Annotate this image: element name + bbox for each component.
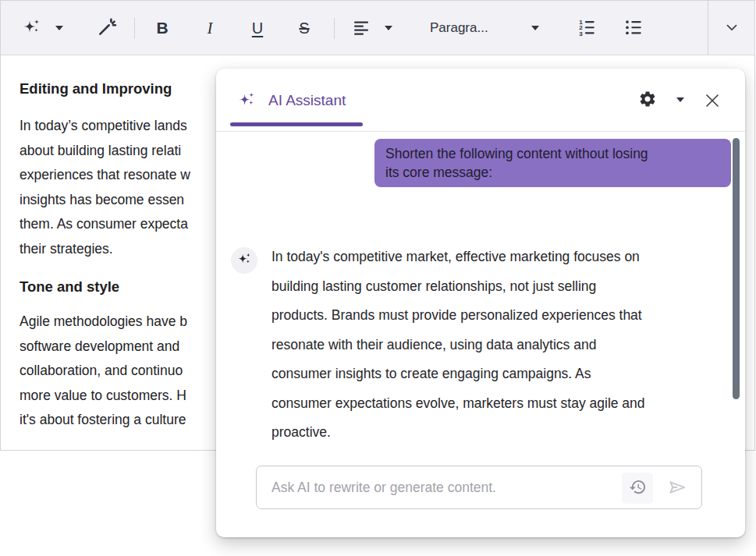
history-icon [629, 478, 647, 498]
underline-icon: U [252, 19, 263, 37]
format-select[interactable]: Paragra... [426, 1, 543, 55]
ai-assistant-dialog: AI Assistant [216, 69, 745, 537]
ai-response-message: In today's competitive market, effective… [272, 243, 740, 448]
svg-text:3: 3 [579, 30, 583, 37]
ai-response-line: products. Brands must provide personaliz… [272, 301, 740, 331]
close-button[interactable] [703, 91, 722, 110]
user-message-line: its core message: [385, 163, 720, 182]
sparkles-icon [237, 252, 252, 270]
prompt-history-button[interactable] [622, 473, 653, 504]
chevron-down-icon [531, 26, 539, 30]
magic-wand-icon [97, 17, 117, 40]
tab-ai-assistant[interactable]: AI Assistant [230, 69, 363, 132]
settings-dropdown-button[interactable] [676, 97, 684, 102]
sparkles-icon [23, 18, 41, 39]
doc-text-line: experiences that resonate w [20, 166, 190, 183]
bold-icon: B [156, 19, 168, 37]
italic-icon: I [208, 19, 213, 38]
chevron-down-icon [55, 26, 63, 30]
chevron-down-icon [676, 97, 684, 102]
format-select-value: Paragra... [430, 20, 488, 36]
tab-active-indicator [230, 122, 363, 126]
user-message-line: Shorten the following content without lo… [385, 144, 720, 163]
numbered-list-button[interactable]: 1 2 3 [573, 1, 600, 55]
align-button[interactable] [349, 1, 374, 55]
ai-response-line: consumer expectations evolve, marketers … [272, 389, 740, 419]
chevron-down-icon [723, 19, 740, 38]
doc-text-line: their strategies. [20, 240, 113, 257]
ai-response-line: In today's competitive market, effective… [272, 243, 740, 272]
doc-text-line: insights has become essen [20, 191, 184, 208]
doc-text-line: more value to customers. H [20, 387, 186, 404]
doc-text-line: In today’s competitive lands [20, 117, 187, 134]
doc-heading: Editing and Improving [20, 80, 172, 97]
chevron-down-icon [385, 26, 392, 30]
toolbar-separator [334, 18, 335, 39]
ai-response-line: resonate with their audience, using data… [272, 331, 740, 360]
align-left-icon [352, 18, 371, 39]
italic-button[interactable]: I [197, 1, 223, 55]
ai-response-line: building lasting customer relationships,… [272, 272, 740, 302]
user-message-bubble: Shorten the following content without lo… [374, 139, 731, 187]
doc-text-line: Agile methodologies have b [20, 313, 187, 330]
bold-button[interactable]: B [149, 1, 176, 55]
numbered-list-icon: 1 2 3 [577, 17, 597, 40]
underline-button[interactable]: U [244, 1, 271, 55]
toolbar-more-button[interactable] [719, 1, 745, 55]
screen: B I U S [0, 0, 756, 556]
send-button[interactable] [664, 476, 690, 501]
toolbar-separator [708, 1, 708, 55]
toolbar-separator [134, 18, 135, 39]
gear-icon [638, 99, 657, 111]
editor-toolbar: B I U S [1, 1, 754, 55]
dialog-header: AI Assistant [216, 69, 745, 132]
doc-text-line: collaboration, and continuo [20, 362, 183, 379]
sparkles-icon [238, 91, 256, 112]
bullet-list-icon [623, 17, 644, 40]
close-icon [703, 101, 722, 112]
ai-shortcuts-button[interactable] [94, 1, 119, 55]
doc-heading: Tone and style [20, 278, 119, 296]
ai-dropdown-button[interactable] [51, 1, 68, 55]
dialog-title: AI Assistant [268, 92, 346, 109]
doc-text-line: about building lasting relati [20, 142, 181, 159]
settings-button[interactable] [637, 90, 658, 110]
chat-scrollbar[interactable] [733, 138, 740, 399]
ai-response-line: proactive. [272, 418, 740, 448]
doc-text-line: them. As consumer expecta [20, 215, 188, 232]
strikethrough-icon: S [299, 19, 309, 37]
bullet-list-button[interactable] [620, 1, 647, 55]
ai-assistant-button[interactable] [18, 1, 46, 55]
ai-avatar [231, 247, 257, 274]
doc-text-line: software development and [20, 338, 179, 355]
ai-prompt-inputwrap [256, 466, 702, 509]
strikethrough-button[interactable]: S [291, 1, 318, 55]
send-icon [667, 477, 687, 500]
doc-text-line: it's about fostering a culture [20, 411, 186, 428]
align-dropdown-button[interactable] [380, 1, 397, 55]
ai-response-line: consumer insights to create engaging cam… [272, 359, 740, 389]
